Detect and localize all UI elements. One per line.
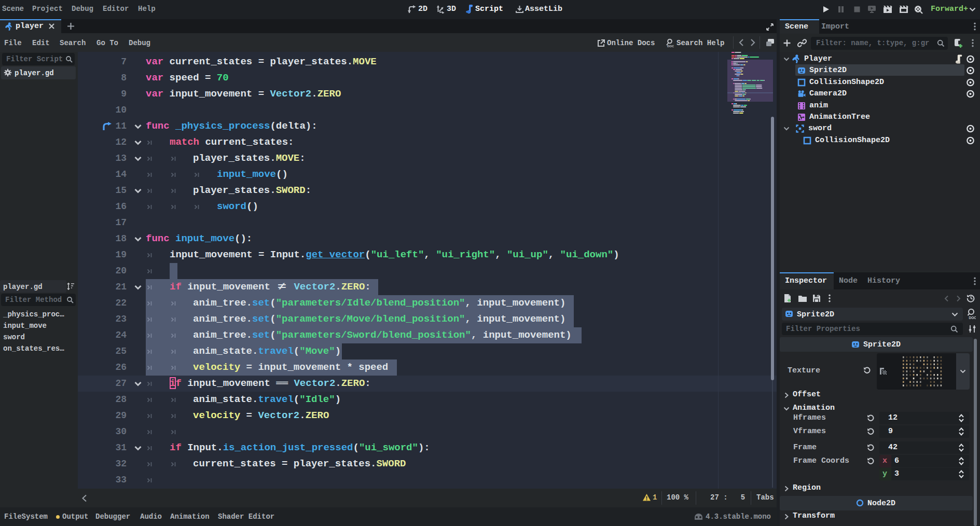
svg-text:DOC: DOC xyxy=(969,316,976,320)
svg-text:DOC: DOC xyxy=(667,45,674,48)
